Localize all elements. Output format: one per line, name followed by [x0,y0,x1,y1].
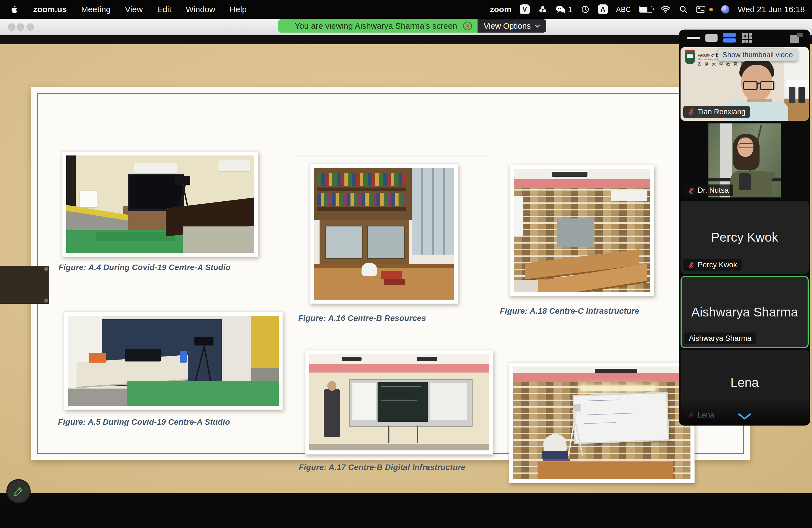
window-close-button[interactable] [8,24,15,31]
time-machine-icon[interactable] [581,5,590,14]
red-book-shape [381,270,402,279]
kettle-shape [362,263,377,276]
menu-item-help[interactable]: Help [230,5,247,14]
strip-view-button-active[interactable] [723,33,736,43]
cabinet-shape [557,218,594,247]
screen: zoom.us Meeting View Edit Window Help zo… [0,0,812,528]
window-shape [412,167,454,254]
orange-box-shape [89,353,106,363]
share-banner-message-area: You are viewing Aishwarya Sharma's scree… [278,19,478,33]
wechat-badge-count: 1 [568,5,572,14]
notification-dot [709,8,713,11]
scroll-more-chevron-icon[interactable] [737,413,752,420]
participant-name-label: Aishwarya Sharma [684,333,756,344]
siri-icon[interactable] [721,5,729,14]
hku-crest-icon [685,52,695,64]
ac-unit-shape [134,163,177,173]
books-row-shape [317,173,406,186]
participant-name-label: Percy Kwok [683,259,742,271]
figure-caption: Figure: A.4 During Covid-19 Centre-A Stu… [59,263,231,272]
ac-unit-shape [218,160,250,171]
paper-shape [79,191,97,208]
video-tile-percy-kwok[interactable]: Percy Kwok Percy Kwok [681,201,809,274]
annotation-pencil-button[interactable] [6,479,31,503]
voov-app-icon[interactable]: V [520,4,530,14]
menu-item-view[interactable]: View [125,5,143,14]
blackboard-shape [378,382,428,422]
desk-shape [538,462,673,479]
input-source-label[interactable]: ABC [616,5,631,14]
ac-unit-shape [611,190,648,201]
battery-icon[interactable] [639,6,652,13]
menu-item-edit[interactable]: Edit [157,5,172,14]
menu-status-group: zoom V 1 [490,4,812,14]
figure-photo-a17 [305,350,493,455]
wifi-icon[interactable] [661,5,671,14]
gallery-view-button[interactable] [742,33,752,43]
bottle-shape [180,351,187,362]
photo-scene-a17 [309,354,489,450]
photo-scene-a16 [314,167,454,299]
glass-door-shape [325,225,363,259]
column-divider-line [294,157,490,157]
window-zoom-button[interactable] [27,24,34,31]
apple-menu-icon[interactable] [11,5,19,14]
zoom-status-label[interactable]: zoom [490,5,511,14]
ceiling-fan-shape [417,357,437,361]
presentation-slide: Figure: A.4 During Covid-19 Centre-A Stu… [31,87,750,460]
photo-scene-a5 [68,316,279,406]
figure-caption: Figure: A.17 Centre-B Digital Infrastruc… [299,463,466,472]
show-thumbnail-tooltip: Show thumbnail video [717,48,798,61]
figure-photo-a5 [64,311,283,410]
screen-share-banner: You are viewing Aishwarya Sharma's scree… [278,19,546,33]
menu-clock[interactable]: Wed 21 Jun 16:18 [738,5,805,14]
books-row-shape [317,193,406,206]
spotlight-search-icon[interactable] [679,5,688,14]
person-silhouette [324,389,340,437]
glass-door-shape [367,225,405,259]
red-glasses-shape [739,143,754,148]
participant-display-name: Lena [681,375,809,390]
pink-band-shape [513,373,691,382]
ceiling-fan-shape [552,172,587,177]
participant-display-name: Percy Kwok [681,230,809,245]
pencil-icon [13,485,24,497]
pop-out-panel-button[interactable] [790,33,802,43]
camera-shape [194,337,214,345]
shared-screen-dark-object [0,266,49,304]
video-tile-aishwarya-sharma-active[interactable]: Aishwarya Sharma Aishwarya Sharma [681,276,809,348]
control-center-icon[interactable] [696,6,706,13]
video-tile-lena[interactable]: Lena Lena [681,350,809,424]
participant-name-label: Dr. Nutsa [683,185,733,196]
muted-mic-icon [688,262,695,269]
ceiling-fan-shape [595,369,637,373]
pink-band-shape [514,179,650,188]
figure-caption: Figure: A.5 During Covid-19 Centre-A Stu… [58,417,230,427]
laptop-shape [125,349,161,362]
menu-item-window[interactable]: Window [186,5,215,14]
video-tile-dr-nutsa[interactable]: Dr. Nutsa [681,122,809,199]
view-options-button[interactable]: View Options [478,19,546,33]
menu-item-meeting[interactable]: Meeting [81,5,111,14]
menu-app-name[interactable]: zoom.us [33,5,67,14]
figure-caption: Figure: A.16 Centre-B Resources [298,314,426,323]
wechat-icon[interactable]: 1 [556,5,572,14]
glasses-shape [743,81,758,90]
photo-scene-a18 [514,169,650,292]
desk-base-shape [183,226,254,253]
clover-app-icon[interactable] [538,5,547,14]
view-options-label: View Options [483,21,531,31]
menu-left-group: zoom.us Meeting View Edit Window Help [0,5,247,14]
speaker-view-button[interactable] [706,34,717,42]
muted-mic-icon [688,108,695,116]
minimize-video-button[interactable] [687,37,700,39]
figure-photo-uncaptioned [509,362,695,483]
letterbox-bottom [0,493,812,528]
input-source-icon[interactable]: A [598,4,608,14]
participant-display-name: Aishwarya Sharma [682,305,808,320]
whiteboard-shape [572,392,669,444]
macos-menu-bar: zoom.us Meeting View Edit Window Help zo… [0,0,812,19]
muted-mic-icon [688,187,695,194]
window-minimize-button[interactable] [17,24,24,31]
whiteboard-shape [514,196,523,236]
